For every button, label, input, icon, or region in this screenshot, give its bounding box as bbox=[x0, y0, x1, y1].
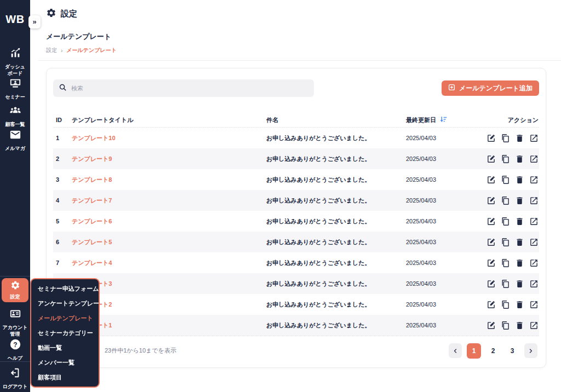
copy-icon[interactable] bbox=[501, 175, 510, 185]
col-updated[interactable]: 最終更新日 bbox=[406, 116, 472, 124]
copy-icon[interactable] bbox=[501, 300, 510, 309]
row-subject: お申し込みありがとうございました。 bbox=[266, 238, 406, 246]
copy-icon[interactable] bbox=[501, 134, 510, 143]
open-external-icon[interactable] bbox=[529, 196, 539, 205]
page-number-button[interactable]: 3 bbox=[505, 343, 519, 359]
template-title-link[interactable]: テンプレート8 bbox=[72, 176, 266, 184]
sidebar-item-help[interactable]: ? ヘルプ bbox=[0, 338, 30, 361]
row-updated: 2025/04/03 bbox=[406, 239, 472, 245]
mail-icon bbox=[9, 129, 21, 143]
flyout-menu-item[interactable]: 顧客項目 bbox=[38, 370, 99, 385]
edit-icon[interactable] bbox=[486, 238, 496, 247]
template-list-card: メールテンプレート追加 ID テンプレートタイトル 件名 最終更新日 アクション… bbox=[46, 68, 546, 368]
row-id: 3 bbox=[53, 176, 72, 183]
open-external-icon[interactable] bbox=[529, 154, 539, 164]
edit-icon[interactable] bbox=[486, 321, 496, 330]
section-header: 設定 bbox=[30, 0, 561, 20]
row-updated: 2025/04/03 bbox=[406, 176, 472, 183]
open-external-icon[interactable] bbox=[529, 279, 539, 289]
edit-icon[interactable] bbox=[486, 154, 496, 164]
delete-icon[interactable] bbox=[515, 217, 524, 226]
flyout-menu-item[interactable]: メンバー一覧 bbox=[38, 355, 99, 370]
edit-icon[interactable] bbox=[486, 196, 496, 205]
breadcrumb: 設定 › メールテンプレート bbox=[30, 42, 561, 54]
flyout-menu-item[interactable]: セミナーカテゴリー bbox=[38, 326, 99, 341]
next-page-button[interactable] bbox=[524, 343, 537, 358]
delete-icon[interactable] bbox=[515, 154, 524, 164]
delete-icon[interactable] bbox=[515, 196, 524, 205]
row-actions bbox=[472, 300, 539, 309]
row-updated: 2025/04/03 bbox=[406, 197, 472, 204]
chevron-right-icon: › bbox=[61, 48, 62, 54]
row-subject: お申し込みありがとうございました。 bbox=[266, 176, 406, 184]
template-title-link[interactable]: テンプレート1 bbox=[72, 321, 266, 330]
copy-icon[interactable] bbox=[501, 196, 510, 205]
open-external-icon[interactable] bbox=[529, 321, 539, 330]
edit-icon[interactable] bbox=[486, 279, 496, 289]
delete-icon[interactable] bbox=[515, 258, 524, 268]
row-id: 7 bbox=[53, 260, 72, 266]
copy-icon[interactable] bbox=[501, 217, 510, 226]
header-divider bbox=[38, 60, 561, 61]
edit-icon[interactable] bbox=[486, 175, 496, 185]
sidebar-item-customers[interactable]: 顧客一覧 bbox=[0, 105, 30, 128]
open-external-icon[interactable] bbox=[529, 238, 539, 247]
flyout-menu-item[interactable]: セミナー申込フォーム bbox=[38, 281, 99, 296]
gear-icon bbox=[46, 8, 56, 20]
copy-icon[interactable] bbox=[501, 258, 510, 268]
delete-icon[interactable] bbox=[515, 238, 524, 247]
template-title-link[interactable]: テンプレート3 bbox=[72, 280, 266, 288]
search-input[interactable] bbox=[71, 85, 308, 91]
edit-icon[interactable] bbox=[486, 217, 496, 226]
open-external-icon[interactable] bbox=[529, 217, 539, 226]
flyout-menu-item[interactable]: メールテンプレート bbox=[38, 311, 99, 326]
open-external-icon[interactable] bbox=[529, 300, 539, 309]
sidebar-item-label: 顧客一覧 bbox=[5, 121, 25, 128]
sidebar-item-settings[interactable]: 設定 bbox=[2, 278, 28, 302]
toolbar: メールテンプレート追加 bbox=[53, 79, 539, 97]
sidebar-item-logout[interactable]: ログアウト bbox=[0, 367, 30, 390]
flyout-menu-item[interactable]: 動画一覧 bbox=[38, 341, 99, 355]
add-template-button[interactable]: メールテンプレート追加 bbox=[442, 80, 539, 96]
template-title-link[interactable]: テンプレート4 bbox=[72, 259, 266, 267]
page-number-button[interactable]: 1 bbox=[467, 343, 481, 359]
template-title-link[interactable]: テンプレート10 bbox=[72, 134, 266, 142]
sidebar-item-account[interactable]: アカウント 管理 bbox=[0, 308, 30, 337]
edit-icon[interactable] bbox=[486, 134, 496, 143]
prev-page-button[interactable] bbox=[449, 343, 462, 358]
svg-text:?: ? bbox=[13, 341, 17, 349]
sort-descending-icon bbox=[439, 116, 447, 124]
template-title-link[interactable]: テンプレート7 bbox=[72, 197, 266, 205]
copy-icon[interactable] bbox=[501, 238, 510, 247]
sidebar-item-dashboard[interactable]: ダッシュ ボード bbox=[0, 47, 30, 77]
delete-icon[interactable] bbox=[515, 175, 524, 185]
delete-icon[interactable] bbox=[515, 134, 524, 143]
breadcrumb-parent-link[interactable]: 設定 bbox=[46, 47, 57, 54]
row-subject: お申し込みありがとうございました。 bbox=[266, 259, 406, 267]
template-title-link[interactable]: テンプレート2 bbox=[72, 301, 266, 309]
open-external-icon[interactable] bbox=[529, 175, 539, 185]
delete-icon[interactable] bbox=[515, 279, 524, 289]
template-title-link[interactable]: テンプレート6 bbox=[72, 217, 266, 226]
sidebar-divider bbox=[0, 276, 30, 276]
table-row: 1 テンプレート10 お申し込みありがとうございました。 2025/04/03 bbox=[53, 128, 539, 148]
edit-icon[interactable] bbox=[486, 258, 496, 268]
copy-icon[interactable] bbox=[501, 279, 510, 289]
flyout-menu-item[interactable]: アンケートテンプレート bbox=[38, 296, 99, 311]
sidebar-expand-button[interactable]: » bbox=[28, 15, 41, 28]
copy-icon[interactable] bbox=[501, 154, 510, 164]
open-external-icon[interactable] bbox=[529, 134, 539, 143]
template-title-link[interactable]: テンプレート5 bbox=[72, 238, 266, 246]
plus-square-icon bbox=[448, 84, 455, 93]
open-external-icon[interactable] bbox=[529, 258, 539, 268]
table-row: 8 テンプレート3 お申し込みありがとうございました。 2025/04/03 bbox=[53, 273, 539, 294]
template-title-link[interactable]: テンプレート9 bbox=[72, 155, 266, 163]
page-number-button[interactable]: 2 bbox=[486, 343, 500, 359]
sidebar-item-seminar[interactable]: セミナー bbox=[0, 77, 30, 100]
row-actions bbox=[472, 258, 539, 268]
copy-icon[interactable] bbox=[501, 321, 510, 330]
edit-icon[interactable] bbox=[486, 300, 496, 309]
delete-icon[interactable] bbox=[515, 321, 524, 330]
sidebar-item-newsletter[interactable]: メルマガ bbox=[0, 129, 30, 152]
delete-icon[interactable] bbox=[515, 300, 524, 309]
